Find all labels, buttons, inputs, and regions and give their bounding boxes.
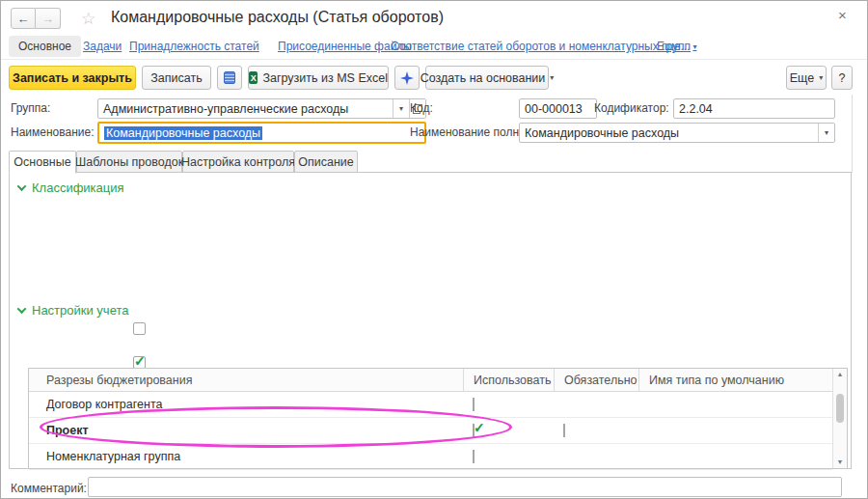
app-window: ← → ☆ Командировочные расходы (Статья об… [0, 0, 868, 499]
chevron-down-icon: ▾ [692, 42, 696, 51]
nav-more-menu[interactable]: Еще... ▾ [657, 40, 696, 53]
use-checkbox[interactable] [473, 398, 475, 411]
dimension-name: Проект [29, 424, 463, 437]
forward-icon: → [41, 12, 54, 26]
nav-link-article-membership[interactable]: Принадлежность статей [129, 40, 259, 53]
form-right-divider [852, 95, 853, 173]
back-icon: ← [17, 12, 30, 26]
full-name-field[interactable]: Командировочные расходы ▾ [519, 123, 835, 143]
scroll-down-icon[interactable]: ▼ [833, 457, 847, 468]
chevron-down-icon: ▾ [550, 73, 554, 82]
tab-control-settings[interactable]: Настройка контроля [182, 151, 294, 173]
code-label: Код: [410, 101, 433, 115]
code-value: 00-000013 [520, 102, 596, 116]
group-field[interactable]: Административно-управленческие расходы ▾ [97, 98, 426, 119]
nav-link-tasks[interactable]: Задачи [83, 40, 122, 53]
column-header-dimension[interactable]: Разрезы бюджетирования [29, 369, 463, 391]
accounting-section-header[interactable]: Настройки учета [18, 303, 128, 318]
help-button[interactable]: ? [831, 66, 853, 90]
comment-label: Комментарий: [11, 482, 87, 495]
table-row-item-group[interactable]: Номенклатурная группа [29, 444, 832, 470]
header-divider [1, 59, 868, 60]
close-icon[interactable]: × [838, 7, 847, 23]
tab-description[interactable]: Описание [294, 151, 358, 173]
budget-dimensions-table: Разрезы бюджетирования Использовать Обяз… [28, 368, 848, 469]
name-field[interactable]: Командировочные расходы [97, 122, 426, 144]
create-based-on-label: Создать на основании [420, 71, 546, 85]
chevron-down-icon [17, 304, 27, 314]
tab-main[interactable]: Основные [9, 151, 76, 174]
full-name-label: Наименование полное: [410, 125, 535, 139]
column-header-required[interactable]: Обязательно [554, 369, 638, 391]
tab-posting-templates[interactable]: Шаблоны проводок [76, 151, 182, 173]
forward-button[interactable]: → [36, 8, 61, 29]
chevron-down-icon: ▾ [819, 73, 823, 82]
use-checkbox[interactable] [473, 424, 475, 437]
required-checkbox[interactable] [563, 424, 565, 437]
sparkle-icon [400, 71, 414, 85]
history-nav-group: ← → [11, 8, 61, 29]
codifier-value: 2.2.04 [674, 102, 834, 116]
back-button[interactable]: ← [11, 8, 36, 29]
nav-link-correspondence[interactable]: Соответствие статей оборотов и номенклат… [391, 40, 691, 53]
codifier-field[interactable]: 2.2.04 [673, 98, 835, 119]
accounting-title: Настройки учета [32, 303, 128, 318]
use-checkbox[interactable] [473, 450, 475, 463]
save-and-close-button[interactable]: Записать и закрыть [9, 66, 136, 90]
page-title: Командировочные расходы (Статья оборотов… [111, 9, 444, 26]
nav-more-label: Еще... [657, 40, 690, 53]
hints-button[interactable] [394, 66, 420, 90]
chevron-down-icon: ▾ [399, 104, 403, 113]
create-based-on-button[interactable]: Создать на основании ▾ [425, 66, 549, 90]
by-quantity-checkbox[interactable] [133, 322, 146, 335]
classification-title: Классификация [32, 180, 124, 195]
full-name-dropdown-button[interactable]: ▾ [818, 124, 834, 142]
comment-input[interactable] [88, 477, 842, 497]
scroll-up-icon[interactable]: ▲ [833, 369, 847, 380]
load-from-excel-label: Загрузить из MS Excel [262, 71, 388, 85]
codifier-label: Кодификатор: [594, 101, 669, 115]
nav-item-main[interactable]: Основное [9, 36, 81, 57]
dimension-name: Договор контрагента [29, 398, 463, 411]
code-field[interactable]: 00-000013 [519, 98, 597, 119]
scrollbar-thumb[interactable] [836, 394, 844, 423]
chevron-down-icon [17, 181, 27, 191]
database-icon [224, 71, 235, 84]
dimension-name: Номенклатурная группа [29, 450, 463, 463]
more-actions-label: Еще [790, 71, 814, 85]
more-actions-button[interactable]: Еще ▾ [786, 66, 827, 90]
classification-section-header[interactable]: Классификация [18, 180, 124, 195]
group-dropdown-button[interactable]: ▾ [393, 99, 409, 118]
load-from-excel-button[interactable]: X Загрузить из MS Excel [248, 66, 389, 90]
save-button[interactable]: Записать [142, 66, 211, 90]
column-header-default-type[interactable]: Имя типа по умолчанию [638, 369, 832, 391]
table-header-row: Разрезы бюджетирования Использовать Обяз… [29, 369, 832, 392]
group-label: Группа: [11, 101, 50, 115]
group-value: Административно-управленческие расходы [98, 102, 393, 116]
name-label: Наименование: [11, 125, 95, 139]
table-row-project[interactable]: Проект [29, 418, 832, 444]
table-row-contract[interactable]: Договор контрагента [29, 392, 832, 418]
table-scrollbar[interactable]: ▲ ▼ [832, 369, 847, 468]
report-structure-button[interactable] [217, 66, 242, 90]
excel-icon: X [249, 71, 258, 84]
chevron-down-icon: ▾ [825, 128, 828, 137]
full-name-value: Командировочные расходы [520, 126, 818, 140]
column-header-use[interactable]: Использовать [463, 369, 554, 391]
favorite-star-icon[interactable]: ☆ [81, 9, 95, 29]
name-value-selected: Командировочные расходы [104, 126, 262, 140]
